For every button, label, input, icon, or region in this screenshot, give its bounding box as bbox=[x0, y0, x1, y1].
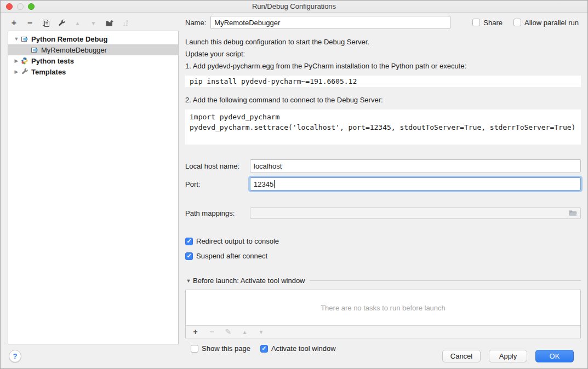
suspend-after-connect-checkbox[interactable]: ✓ bbox=[185, 252, 193, 260]
titlebar: Run/Debug Configurations bbox=[1, 1, 587, 13]
header-rule bbox=[310, 280, 581, 281]
redirect-output-label: Redirect output to console bbox=[196, 237, 279, 245]
settrace-code-block: import pydevd_pycharm pydevd_pycharm.set… bbox=[185, 109, 581, 145]
configuration-editor: Name: Share Allow parallel run Launch th… bbox=[185, 16, 581, 353]
port-input[interactable]: 12345 bbox=[250, 177, 581, 191]
tasks-empty-message: There are no tasks to run before launch bbox=[186, 290, 580, 325]
pencil-icon: ✎ bbox=[225, 327, 232, 336]
templates-wrench-icon bbox=[20, 68, 29, 76]
suspend-after-connect-row: ✓ Suspend after connect bbox=[185, 252, 581, 260]
before-launch-title: Before launch: Activate tool window bbox=[193, 276, 305, 285]
edit-task-button[interactable]: ✎ bbox=[224, 327, 233, 337]
triangle-down-icon: ▼ bbox=[259, 329, 264, 335]
before-launch-header[interactable]: ▼ Before launch: Activate tool window bbox=[185, 276, 581, 285]
code-line-1: import pydevd_pycharm bbox=[190, 113, 279, 121]
activate-tool-window-checkbox[interactable]: ✓ bbox=[260, 345, 268, 353]
port-row: Port: 12345 bbox=[185, 177, 581, 191]
run-config-icon bbox=[30, 46, 39, 54]
port-value: 12345 bbox=[254, 180, 273, 188]
copy-configuration-button[interactable] bbox=[41, 19, 50, 28]
tree-item-label: MyRemoteDebugger bbox=[41, 46, 107, 54]
redirect-output-checkbox[interactable]: ✓ bbox=[185, 238, 193, 245]
move-down-button[interactable]: ▼ bbox=[89, 19, 98, 28]
allow-parallel-run-row: Allow parallel run bbox=[513, 19, 579, 27]
minus-icon: − bbox=[209, 327, 214, 336]
tree-item-label: Templates bbox=[31, 68, 66, 76]
new-folder-icon bbox=[105, 19, 114, 27]
before-launch-tasks-box: There are no tasks to run before launch … bbox=[185, 290, 581, 338]
path-mappings-input[interactable] bbox=[250, 207, 581, 219]
tasks-toolbar: + − ✎ ▲ ▼ bbox=[186, 325, 580, 338]
run-config-icon bbox=[20, 35, 29, 43]
allow-parallel-run-checkbox[interactable] bbox=[513, 19, 521, 26]
share-label: Share bbox=[483, 19, 503, 27]
collapse-arrow-icon[interactable]: ▼ bbox=[13, 36, 20, 42]
activate-tool-window-row: ✓ Activate tool window bbox=[260, 344, 336, 353]
remove-task-button[interactable]: − bbox=[207, 327, 216, 337]
zoom-window-button[interactable] bbox=[28, 3, 35, 10]
expand-arrow-icon[interactable]: ▶ bbox=[13, 58, 20, 64]
share-checkbox[interactable] bbox=[472, 19, 480, 26]
expand-arrow-icon[interactable]: ▶ bbox=[13, 69, 20, 74]
show-this-page-row: Show this page bbox=[191, 344, 250, 353]
instructions-line-2: Update your script: bbox=[185, 49, 581, 60]
tree-item-myremotedebugger[interactable]: MyRemoteDebugger bbox=[8, 44, 178, 55]
add-configuration-button[interactable]: + bbox=[9, 19, 19, 28]
run-debug-configurations-dialog: Run/Debug Configurations + − ▲ ▼ ↓ az ▼ bbox=[0, 0, 588, 369]
minus-icon: − bbox=[27, 18, 32, 28]
move-up-button[interactable]: ▲ bbox=[73, 19, 82, 28]
sort-configurations-button[interactable]: ↓ az bbox=[121, 19, 130, 28]
ok-button[interactable]: OK bbox=[535, 350, 574, 362]
collapse-arrow-icon[interactable]: ▼ bbox=[185, 278, 192, 284]
remove-configuration-button[interactable]: − bbox=[25, 19, 35, 28]
name-row: Name: Share Allow parallel run bbox=[185, 16, 581, 29]
edit-templates-button[interactable] bbox=[57, 19, 66, 28]
plus-icon: + bbox=[12, 18, 16, 28]
plus-icon: + bbox=[193, 327, 197, 336]
tree-item-templates[interactable]: ▶ Templates bbox=[8, 66, 178, 77]
redirect-output-row: ✓ Redirect output to console bbox=[185, 237, 581, 245]
share-checkbox-row: Share bbox=[472, 19, 503, 27]
text-caret bbox=[274, 180, 275, 188]
cancel-button[interactable]: Cancel bbox=[442, 350, 481, 362]
minimize-window-button[interactable] bbox=[17, 3, 24, 10]
code-line-2: pydevd_pycharm.settrace('localhost', por… bbox=[190, 123, 575, 131]
activate-tool-window-label: Activate tool window bbox=[271, 344, 336, 353]
tree-item-python-remote-debug[interactable]: ▼ Python Remote Debug bbox=[8, 33, 178, 44]
dialog-buttons: Cancel Apply OK bbox=[442, 350, 574, 362]
configurations-tree: ▼ Python Remote Debug MyRemoteDebugger ▶… bbox=[8, 31, 179, 344]
show-this-page-label: Show this page bbox=[202, 344, 250, 353]
check-icon: ✓ bbox=[186, 238, 191, 244]
tree-item-python-tests[interactable]: ▶ Python tests bbox=[8, 55, 178, 66]
window-title: Run/Debug Configurations bbox=[252, 2, 336, 10]
instructions-step-1: 1. Add pydevd-pycharm.egg from the PyCha… bbox=[185, 61, 581, 72]
instructions-line-1: Launch this debug configuration to start… bbox=[185, 37, 581, 48]
path-mappings-row: Path mappings: bbox=[185, 207, 581, 219]
copy-icon bbox=[42, 19, 50, 27]
add-task-button[interactable]: + bbox=[191, 327, 200, 337]
tree-item-label: Python Remote Debug bbox=[31, 35, 107, 43]
show-this-page-checkbox[interactable] bbox=[191, 345, 198, 353]
name-input[interactable] bbox=[210, 16, 450, 29]
wrench-icon bbox=[58, 19, 66, 27]
sort-az-icon: ↓ az bbox=[122, 19, 128, 27]
name-label: Name: bbox=[185, 19, 206, 27]
local-host-input[interactable] bbox=[250, 159, 581, 172]
question-mark-icon: ? bbox=[13, 352, 18, 360]
move-task-up-button[interactable]: ▲ bbox=[240, 327, 249, 337]
apply-button[interactable]: Apply bbox=[489, 350, 527, 362]
check-icon: ✓ bbox=[186, 253, 191, 259]
close-window-button[interactable] bbox=[6, 3, 13, 10]
tree-item-label: Python tests bbox=[31, 57, 74, 65]
create-folder-button[interactable] bbox=[105, 19, 114, 28]
configurations-toolbar: + − ▲ ▼ ↓ az bbox=[9, 18, 130, 28]
triangle-down-icon: ▼ bbox=[91, 20, 96, 26]
instructions-step-2: 2. Add the following command to connect … bbox=[185, 95, 581, 106]
move-task-down-button[interactable]: ▼ bbox=[256, 327, 266, 337]
traffic-lights bbox=[6, 3, 35, 10]
help-button[interactable]: ? bbox=[9, 350, 21, 362]
local-host-row: Local host name: bbox=[185, 159, 581, 172]
allow-parallel-run-label: Allow parallel run bbox=[524, 19, 579, 27]
python-tests-icon bbox=[20, 57, 29, 65]
browse-folder-icon[interactable] bbox=[569, 210, 578, 217]
